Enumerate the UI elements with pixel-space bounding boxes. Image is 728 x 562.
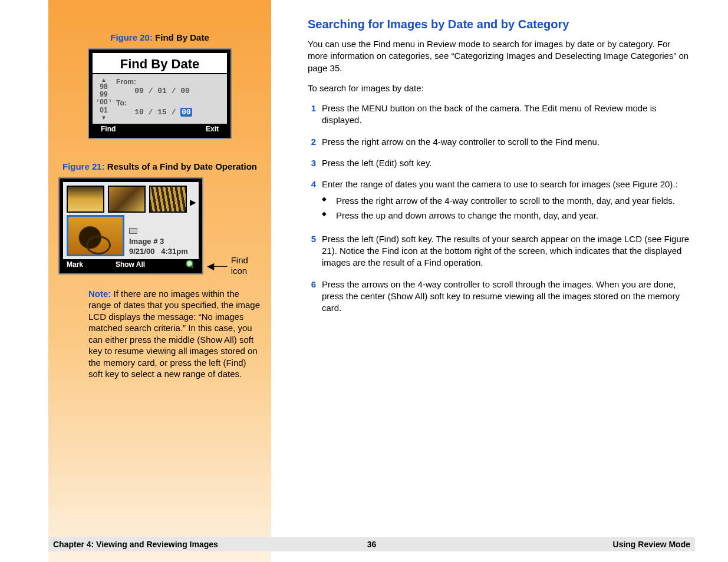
thumbnail-2 [108,186,146,213]
selected-image-preview [67,215,124,256]
lcd20-date-fields: From: 09 / 01 / 00 To: 10 / 15 / 00 [115,74,227,124]
figure-21-label: Figure 21: [62,161,105,171]
lcd20-softkey-find: Find [101,125,116,133]
figure-20-lcd: Find By Date ▲ 98 99 ⌜00⌝ 01 ▼ From: 09 … [89,49,230,138]
lcd20-selected-year: 00 [180,108,192,117]
footer-section: Using Review Mode [613,540,690,549]
step-item: 6Press the arrows on the 4-way controlle… [308,279,693,315]
section-heading: Searching for Images by Date and by Cate… [308,18,693,31]
sublist-item: ◆Press the up and down arrows to change … [322,210,693,222]
steps-list: 1Press the MENU button on the back of th… [308,103,693,314]
figure-20-caption: Figure 20: Find By Date [59,32,261,42]
figure-20-title: Find By Date [155,32,209,42]
figure-20-label: Figure 20: [110,32,153,42]
note-label: Note: [88,289,111,299]
step-body: Press the MENU button on the back of the… [322,103,693,127]
step-body: Press the arrows on the 4-way controller… [322,279,693,315]
find-icon-callout: ◀── Find icon [207,255,255,276]
step-item: 5Press the left (Find) soft key. The res… [308,233,693,269]
figure-21-caption: Figure 21: Results of a Find by Date Ope… [59,161,261,171]
step-sublist: ◆Press the right arrow of the 4-way cont… [322,195,693,222]
lcd20-title: Find By Date [93,53,227,74]
lcd20-year-roller: ▲ 98 99 ⌜00⌝ 01 ▼ [93,74,115,124]
step-body: Press the left (Edit) soft key. [322,157,693,169]
step-item: 3Press the left (Edit) soft key. [308,157,693,169]
lead-paragraph: To search for images by date: [308,82,693,94]
down-arrow-icon: ▼ [93,114,115,121]
memory-card-icon [129,228,137,234]
note-block: Note: If there are no images within the … [88,288,261,380]
diamond-bullet-icon: ◆ [322,210,330,222]
step-item: 2Press the right arrow on the 4-way cont… [308,136,693,148]
thumbnail-1 [67,186,104,213]
sublist-item: ◆Press the right arrow of the 4-way cont… [322,195,693,207]
step-body: Press the right arrow on the 4-way contr… [322,136,693,148]
figure-21-title: Results of a Find by Date Operation [107,161,257,171]
main-column: Searching for Images by Date and by Cate… [271,0,728,562]
thumbnail-3 [149,186,187,213]
diamond-bullet-icon: ◆ [322,195,330,207]
step-item: 4Enter the range of dates you want the c… [308,178,693,224]
lcd21-softkey-showall: Show All [65,260,195,269]
step-number: 5 [308,233,316,269]
page-footer: Chapter 4: Viewing and Reviewing Images … [48,537,695,551]
sidebar-column: Figure 20: Find By Date Find By Date ▲ 9… [48,0,271,562]
image-metadata: Image # 3 9/21/00 4:31pm [129,215,188,257]
scroll-right-icon: ▶ [190,197,196,207]
intro-paragraph: You can use the Find menu in Review mode… [308,38,693,74]
step-item: 1Press the MENU button on the back of th… [308,103,693,127]
step-number: 1 [308,103,316,127]
note-text: If there are no images within the range … [88,289,260,379]
step-number: 4 [308,178,316,224]
lcd20-softkey-exit: Exit [206,125,219,133]
footer-page-number: 36 [48,540,695,549]
step-number: 6 [308,279,316,315]
callout-arrow-icon: ◀── [207,260,228,272]
step-number: 3 [308,157,316,169]
step-body: Enter the range of dates you want the ca… [322,178,693,224]
step-number: 2 [308,136,316,148]
figure-21-lcd: ▶ Image # 3 9/21/00 4:31pm Mark Show All [60,178,202,273]
find-icon [186,260,195,269]
step-body: Press the left (Find) soft key. The resu… [322,233,693,269]
